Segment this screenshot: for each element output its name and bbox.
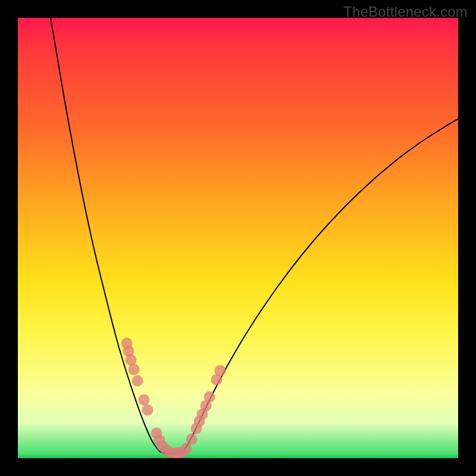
chart-stage: TheBottleneck.com <box>0 0 476 476</box>
data-point <box>215 365 226 377</box>
data-point <box>129 364 140 375</box>
data-point <box>139 394 150 406</box>
data-point <box>204 392 215 403</box>
chart-overlay <box>18 18 458 458</box>
data-point <box>142 405 154 416</box>
data-point <box>186 434 198 445</box>
dot-group <box>121 338 226 459</box>
data-point <box>181 443 192 455</box>
curve-group <box>51 18 458 454</box>
curve-right-branch <box>183 119 458 452</box>
data-point <box>132 375 143 387</box>
curve-left-branch <box>51 18 161 452</box>
